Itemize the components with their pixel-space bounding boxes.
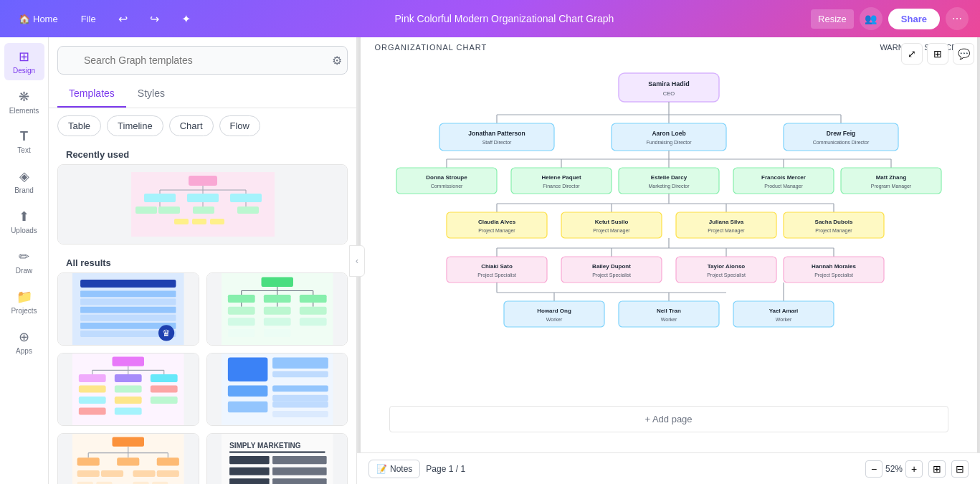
sidebar-item-brand[interactable]: ◈ Brand bbox=[4, 163, 44, 200]
canvas-area: ⤢ ⊞ 💬 ORGANIZATIONAL CHART WARNER & SPEN… bbox=[357, 37, 980, 484]
canvas-container[interactable]: ORGANIZATIONAL CHART WARNER & SPENCER Sa… bbox=[357, 37, 980, 452]
svg-rect-45 bbox=[299, 307, 326, 315]
svg-text:Commissioner: Commissioner bbox=[430, 184, 462, 189]
svg-rect-21 bbox=[80, 280, 176, 288]
canvas-top-tools: ⤢ ⊞ 💬 bbox=[901, 43, 974, 65]
template-thumb-colorful-org bbox=[58, 353, 199, 425]
template-card-blue-table[interactable]: ♛ bbox=[57, 272, 199, 346]
sparkle-button[interactable]: ✦ bbox=[175, 7, 198, 30]
svg-rect-17 bbox=[174, 219, 189, 224]
svg-text:Product Manager: Product Manager bbox=[764, 184, 803, 189]
svg-rect-74 bbox=[272, 385, 328, 392]
canvas-bottom-bar: 📝 Notes Page 1 / 1 − 52% + ⊞ ⊟ bbox=[357, 452, 980, 484]
filter-flow[interactable]: Flow bbox=[219, 115, 260, 136]
sidebar-item-design[interactable]: ⊞ Design bbox=[4, 43, 44, 80]
template-card-colorful-org[interactable] bbox=[57, 353, 199, 426]
svg-rect-195 bbox=[733, 301, 834, 327]
svg-text:Project Manager: Project Manager bbox=[708, 228, 745, 234]
file-label: File bbox=[81, 14, 96, 24]
template-card-tree1[interactable] bbox=[57, 433, 199, 484]
sidebar-item-uploads[interactable]: ⬆ Uploads bbox=[4, 203, 44, 240]
canvas-tool-grid[interactable]: ⊞ bbox=[927, 43, 948, 65]
template-thumb-tree1 bbox=[58, 434, 199, 484]
svg-text:Finance Director: Finance Director bbox=[543, 184, 580, 189]
sidebar-item-design-label: Design bbox=[13, 67, 35, 75]
svg-text:Claudia Alves: Claudia Alves bbox=[477, 219, 515, 225]
sidebar-item-draw-label: Draw bbox=[16, 267, 32, 275]
svg-rect-91 bbox=[133, 470, 155, 477]
svg-rect-108 bbox=[619, 73, 719, 102]
filter-table[interactable]: Table bbox=[57, 115, 101, 136]
resize-button[interactable]: Resize bbox=[811, 9, 854, 29]
svg-rect-116 bbox=[439, 123, 554, 151]
redo-button[interactable]: ↪ bbox=[143, 7, 166, 30]
svg-rect-180 bbox=[784, 257, 884, 283]
svg-rect-7 bbox=[144, 194, 176, 202]
svg-rect-105 bbox=[272, 478, 327, 484]
search-input[interactable] bbox=[57, 46, 348, 75]
sidebar-item-draw[interactable]: ✏ Draw bbox=[4, 243, 44, 280]
notes-icon: 📝 bbox=[376, 464, 387, 474]
grid-view-button[interactable]: ⊞ bbox=[928, 460, 946, 478]
home-button[interactable]: 🏠 Home bbox=[11, 9, 65, 29]
filter-chart[interactable]: Chart bbox=[169, 115, 214, 136]
svg-text:Project Specialist: Project Specialist bbox=[707, 272, 746, 278]
zoom-out-button[interactable]: − bbox=[865, 460, 883, 478]
search-wrapper: 🔍 ⚙ bbox=[57, 46, 348, 75]
svg-rect-87 bbox=[117, 457, 139, 465]
svg-text:Matt Zhang: Matt Zhang bbox=[875, 174, 906, 181]
svg-text:Hannah Morales: Hannah Morales bbox=[812, 263, 856, 270]
tab-templates[interactable]: Templates bbox=[57, 80, 126, 108]
canvas-tool-comment[interactable]: 💬 bbox=[953, 43, 974, 65]
svg-text:Project Manager: Project Manager bbox=[815, 228, 852, 234]
recently-used-template[interactable] bbox=[57, 164, 348, 245]
elements-icon: ❋ bbox=[19, 89, 29, 105]
svg-rect-138 bbox=[619, 168, 719, 194]
file-button[interactable]: File bbox=[74, 9, 103, 29]
svg-text:Worker: Worker bbox=[775, 317, 791, 322]
notes-button[interactable]: 📝 Notes bbox=[368, 460, 420, 478]
share-button[interactable]: Share bbox=[888, 9, 940, 29]
svg-rect-24 bbox=[80, 307, 176, 313]
sidebar-item-apps[interactable]: ⊕ Apps bbox=[4, 323, 44, 361]
share-people-icon[interactable]: 👥 bbox=[860, 7, 883, 30]
more-options-icon[interactable]: ⋯ bbox=[946, 7, 969, 30]
svg-text:Fundraising Director: Fundraising Director bbox=[646, 140, 692, 146]
template-card-org-structure[interactable] bbox=[206, 353, 348, 426]
svg-text:Taylor Alonso: Taylor Alonso bbox=[707, 263, 745, 270]
tab-styles[interactable]: Styles bbox=[126, 80, 176, 108]
hide-panel-button[interactable]: ‹ bbox=[349, 245, 365, 277]
svg-rect-46 bbox=[227, 318, 254, 326]
template-thumb-blue-table: ♛ bbox=[58, 273, 199, 345]
sidebar-item-elements[interactable]: ❋ Elements bbox=[4, 83, 44, 120]
toolbar-right: Resize 👥 Share ⋯ bbox=[811, 7, 969, 30]
list-view-button[interactable]: ⊟ bbox=[951, 460, 969, 478]
canvas-tool-expand[interactable]: ⤢ bbox=[901, 43, 923, 65]
filter-timeline[interactable]: Timeline bbox=[107, 115, 163, 136]
svg-rect-64 bbox=[79, 397, 106, 404]
add-page-button[interactable]: + Add page bbox=[389, 406, 948, 432]
svg-rect-37 bbox=[227, 295, 254, 303]
svg-rect-177 bbox=[676, 257, 776, 283]
svg-rect-89 bbox=[77, 470, 100, 477]
svg-rect-18 bbox=[192, 219, 206, 224]
svg-rect-62 bbox=[115, 385, 142, 392]
panel-tabs: Templates Styles bbox=[49, 80, 356, 108]
svg-rect-99 bbox=[229, 451, 325, 452]
search-options-button[interactable]: ⚙ bbox=[332, 54, 342, 67]
svg-text:Worker: Worker bbox=[660, 317, 677, 322]
svg-rect-52 bbox=[113, 356, 144, 366]
org-chart-canvas: ORGANIZATIONAL CHART WARNER & SPENCER Sa… bbox=[361, 37, 977, 452]
zoom-in-button[interactable]: + bbox=[905, 460, 923, 478]
svg-rect-174 bbox=[561, 257, 662, 283]
svg-rect-122 bbox=[784, 123, 898, 151]
sidebar-item-text[interactable]: T Text bbox=[4, 123, 44, 160]
svg-text:Aaron Loeb: Aaron Loeb bbox=[652, 130, 685, 137]
sidebar-item-projects[interactable]: 📁 Projects bbox=[4, 283, 44, 321]
page-info: Page 1 / 1 bbox=[426, 464, 465, 474]
add-page-section: + Add page bbox=[375, 406, 963, 432]
template-card-tree2[interactable]: SIMPLY MARKETING bbox=[206, 433, 348, 484]
template-card-company-org[interactable] bbox=[206, 272, 348, 346]
svg-rect-141 bbox=[733, 168, 834, 194]
undo-button[interactable]: ↩ bbox=[112, 7, 135, 30]
